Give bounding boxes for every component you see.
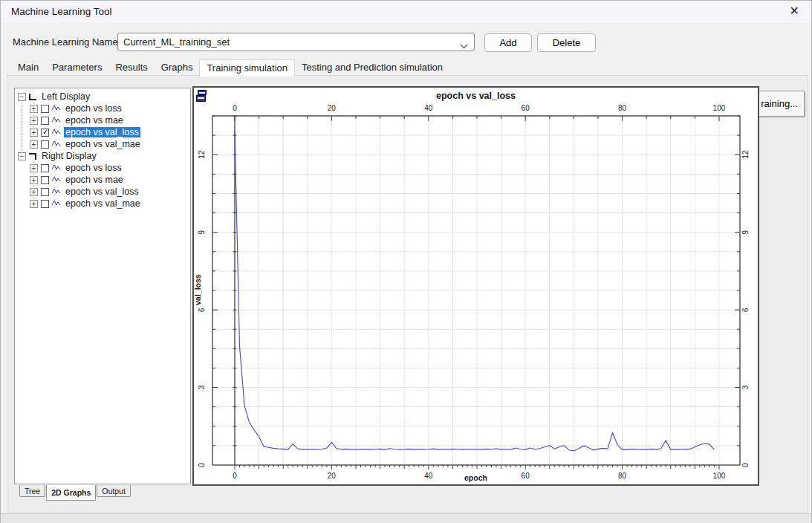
tree-item-label[interactable]: epoch vs val_loss bbox=[64, 127, 140, 137]
chart-svg: 002020404060608080100100003366991212 bbox=[194, 88, 758, 484]
display-tree: −Left Display+epoch vs loss+epoch vs mae… bbox=[15, 88, 190, 209]
svg-text:0: 0 bbox=[233, 104, 237, 112]
svg-text:0: 0 bbox=[741, 463, 750, 467]
svg-text:6: 6 bbox=[741, 308, 750, 312]
tree-item-epoch-vs-mae-left[interactable]: +epoch vs mae bbox=[15, 114, 190, 126]
tree-item-label[interactable]: epoch vs mae bbox=[64, 175, 125, 185]
chevron-down-icon[interactable] bbox=[460, 39, 468, 52]
chart-type-icon bbox=[51, 127, 61, 137]
x-axis-label: epoch bbox=[194, 473, 758, 482]
line-chart-icon bbox=[51, 139, 61, 147]
line-chart-icon bbox=[51, 198, 61, 207]
add-button[interactable]: Add bbox=[484, 33, 532, 52]
graph-panel: epoch vs val_loss 0020204040606080801001… bbox=[192, 86, 759, 486]
tree-item-epoch-vs-loss-left[interactable]: +epoch vs loss bbox=[15, 103, 190, 114]
series-val-loss bbox=[235, 131, 714, 451]
left-corner-icon bbox=[29, 94, 36, 100]
chart-grid bbox=[212, 116, 740, 465]
svg-text:0: 0 bbox=[198, 463, 206, 467]
chart-type-icon bbox=[51, 198, 61, 209]
window-title: Machine Learning Tool bbox=[11, 6, 112, 17]
tree-item-label[interactable]: epoch vs val_loss bbox=[64, 186, 140, 197]
bottom-tab-bar: Tree2D GraphsOutput bbox=[19, 485, 131, 501]
bottom-tab-2d-graphs[interactable]: 2D Graphs bbox=[46, 485, 96, 501]
svg-text:9: 9 bbox=[198, 230, 206, 234]
svg-text:12: 12 bbox=[741, 150, 750, 159]
checkbox-unchecked[interactable] bbox=[41, 164, 49, 172]
ml-name-combobox[interactable]: Current_ML_training_set bbox=[117, 33, 475, 51]
tab-bar: MainParametersResultsGraphsTraining simu… bbox=[11, 59, 449, 76]
svg-text:9: 9 bbox=[741, 230, 750, 234]
line-chart-icon bbox=[51, 127, 61, 135]
machine-learning-tool-window: Machine Learning Tool ✕ Machine Learning… bbox=[0, 0, 812, 523]
tree-item-label[interactable]: epoch vs val_mae bbox=[64, 198, 142, 209]
line-chart-icon bbox=[51, 115, 61, 123]
tab-testing-and-prediction-simulation[interactable]: Testing and Prediction simulation bbox=[295, 59, 449, 76]
tree-connector-line bbox=[33, 162, 34, 204]
tree-item-label[interactable]: epoch vs loss bbox=[64, 163, 123, 173]
status-strip bbox=[1, 513, 811, 523]
chart-series-line bbox=[235, 131, 714, 451]
svg-text:60: 60 bbox=[522, 104, 530, 112]
tree-item-label[interactable]: epoch vs mae bbox=[64, 115, 125, 126]
ml-name-value: Current_ML_training_set bbox=[123, 36, 230, 48]
svg-text:3: 3 bbox=[741, 385, 750, 389]
titlebar: Machine Learning Tool ✕ bbox=[1, 1, 811, 23]
checkbox-unchecked[interactable] bbox=[41, 188, 49, 196]
line-chart-icon bbox=[51, 175, 61, 183]
tab-results[interactable]: Results bbox=[108, 59, 154, 76]
ml-name-label: Machine Learning Name: bbox=[13, 36, 120, 48]
chart-tick-labels: 002020404060608080100100003366991212 bbox=[198, 104, 750, 480]
tree-group-left-display[interactable]: −Left Display bbox=[15, 91, 190, 103]
checkbox-unchecked[interactable] bbox=[41, 105, 49, 113]
svg-text:3: 3 bbox=[198, 385, 206, 389]
line-chart-icon bbox=[51, 186, 61, 195]
tree-connector-line bbox=[22, 103, 22, 156]
svg-text:12: 12 bbox=[198, 150, 206, 159]
tree-item-epoch-vs-val-loss-left[interactable]: +epoch vs val_loss bbox=[15, 126, 190, 138]
training-button-label: raining... bbox=[761, 98, 798, 109]
line-chart-icon bbox=[51, 103, 61, 111]
y-axis-label: val_loss bbox=[193, 266, 202, 314]
tree-connector-line bbox=[33, 103, 34, 144]
checkbox-unchecked[interactable] bbox=[41, 117, 49, 125]
chart-ticks bbox=[212, 116, 740, 470]
tree-item-label[interactable]: epoch vs loss bbox=[64, 103, 123, 114]
chart-type-icon bbox=[51, 139, 61, 149]
chart-type-icon bbox=[51, 186, 61, 197]
chart-type-icon bbox=[51, 163, 61, 173]
svg-text:20: 20 bbox=[328, 104, 337, 112]
svg-text:80: 80 bbox=[618, 104, 627, 112]
tab-training-simulation[interactable]: Training simulation bbox=[199, 59, 295, 77]
tree-item-epoch-vs-loss-right[interactable]: +epoch vs loss bbox=[15, 162, 190, 174]
checkbox-unchecked[interactable] bbox=[41, 176, 49, 184]
chart-type-icon bbox=[51, 103, 61, 114]
tree-group-label[interactable]: Right Display bbox=[40, 151, 98, 161]
svg-text:100: 100 bbox=[713, 104, 726, 112]
tree-item-label[interactable]: epoch vs val_mae bbox=[64, 139, 142, 149]
tab-graphs[interactable]: Graphs bbox=[155, 59, 200, 76]
tree-item-epoch-vs-mae-right[interactable]: +epoch vs mae bbox=[15, 174, 190, 186]
tab-parameters[interactable]: Parameters bbox=[45, 59, 108, 76]
chart-type-icon bbox=[51, 115, 61, 126]
checkbox-unchecked[interactable] bbox=[41, 200, 49, 208]
display-tree-panel: −Left Display+epoch vs loss+epoch vs mae… bbox=[14, 88, 191, 484]
checkbox-unchecked[interactable] bbox=[41, 140, 49, 149]
tree-group-right-display[interactable]: −Right Display bbox=[15, 150, 190, 162]
bottom-tab-output[interactable]: Output bbox=[97, 485, 131, 497]
line-chart-icon bbox=[51, 163, 61, 171]
tree-item-epoch-vs-val-mae-right[interactable]: +epoch vs val_mae bbox=[15, 198, 190, 209]
right-corner-icon bbox=[29, 153, 36, 160]
tab-main[interactable]: Main bbox=[11, 59, 45, 76]
collapse-toggle-icon[interactable]: − bbox=[18, 93, 26, 101]
tree-item-epoch-vs-val-mae-left[interactable]: +epoch vs val_mae bbox=[15, 138, 190, 150]
name-row: Machine Learning Name: Current_ML_traini… bbox=[1, 30, 811, 56]
svg-text:40: 40 bbox=[424, 104, 433, 112]
tree-group-label[interactable]: Left Display bbox=[40, 91, 91, 102]
tree-item-epoch-vs-val-loss-right[interactable]: +epoch vs val_loss bbox=[15, 186, 190, 198]
checkbox-checked[interactable] bbox=[41, 129, 49, 137]
close-icon[interactable]: ✕ bbox=[790, 4, 799, 19]
bottom-tab-tree[interactable]: Tree bbox=[19, 485, 45, 497]
chart-type-icon bbox=[51, 175, 61, 185]
delete-button[interactable]: Delete bbox=[537, 33, 596, 52]
